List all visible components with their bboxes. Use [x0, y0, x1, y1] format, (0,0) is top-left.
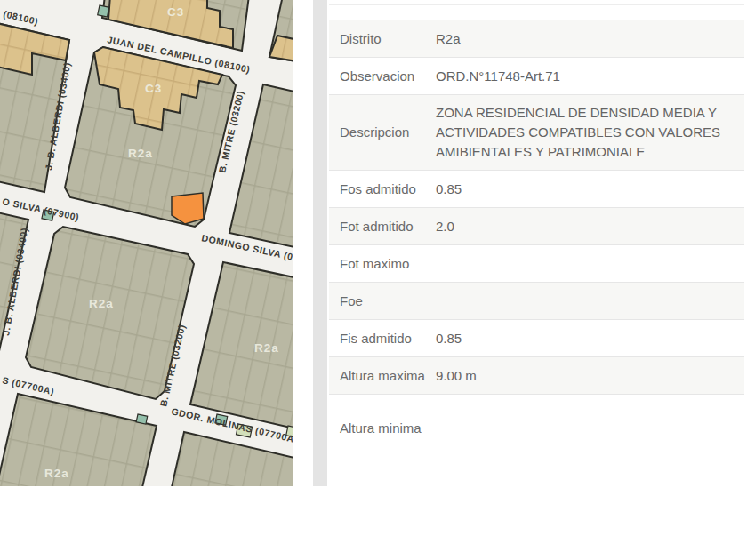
- row-value: ZONA RESIDENCIAL DE DENSIDAD MEDIA Y ACT…: [425, 103, 731, 162]
- row-label: Fot maximo: [340, 254, 425, 274]
- zoning-attributes-table: Distrito R2a Observacion ORD.N°11748-Art…: [329, 20, 744, 461]
- row-label: Distrito: [340, 29, 425, 49]
- info-row-fis-admitido: Fis admitido 0.85: [329, 319, 744, 356]
- info-row-observacion: Observacion ORD.N°11748-Art.71: [329, 57, 744, 94]
- info-row-descripcion: Descripcion ZONA RESIDENCIAL DE DENSIDAD…: [329, 94, 744, 170]
- zoning-viewer: (08100) JUAN DEL CAMPILLO (08100) J. B. …: [0, 0, 747, 560]
- info-row-fot-maximo: Fot maximo: [329, 244, 744, 282]
- row-value: 9.00 m: [425, 366, 731, 386]
- zone-label-r2a: R2a: [44, 467, 69, 480]
- row-label: Foe: [340, 292, 425, 311]
- panel-divider: [313, 0, 327, 486]
- parcel-info-panel: Distrito R2a Observacion ORD.N°11748-Art…: [329, 0, 744, 461]
- zone-label-c3: C3: [167, 5, 184, 19]
- row-value: ORD.N°11748-Art.71: [425, 67, 731, 86]
- zone-label-r2a: R2a: [89, 297, 114, 310]
- zone-label-c3-partial: 3: [0, 36, 2, 49]
- row-value: 0.85: [425, 329, 731, 348]
- zone-label-r2a: R2a: [128, 147, 153, 160]
- info-row-fos-admitido: Fos admitido 0.85: [329, 170, 744, 207]
- row-label: Observacion: [340, 67, 425, 86]
- zone-label-c3: C3: [145, 82, 162, 95]
- zoning-map[interactable]: (08100) JUAN DEL CAMPILLO (08100) J. B. …: [0, 0, 293, 486]
- row-value: 2.0: [425, 217, 731, 236]
- row-label: Descripcion: [340, 123, 425, 142]
- row-label: Altura maxima: [340, 366, 425, 386]
- row-value: 0.85: [425, 180, 731, 199]
- row-label: Fis admitido: [340, 329, 425, 348]
- row-label: Fos admitido: [340, 180, 425, 199]
- panel-top-border: [329, 0, 744, 5]
- row-label: Altura minima: [340, 419, 425, 438]
- row-label: Fot admitido: [340, 217, 425, 236]
- row-value: R2a: [425, 29, 731, 49]
- park-patch: [136, 414, 148, 424]
- info-row-altura-maxima: Altura maxima 9.00 m: [329, 356, 744, 394]
- park-patch: [98, 5, 109, 17]
- zone-label-r2a: R2a: [254, 341, 279, 355]
- info-row-altura-minima: Altura minima: [329, 394, 744, 461]
- info-row-distrito: Distrito R2a: [329, 20, 744, 57]
- info-row-foe: Foe: [329, 282, 744, 319]
- info-row-fot-admitido: Fot admitido 2.0: [329, 207, 744, 244]
